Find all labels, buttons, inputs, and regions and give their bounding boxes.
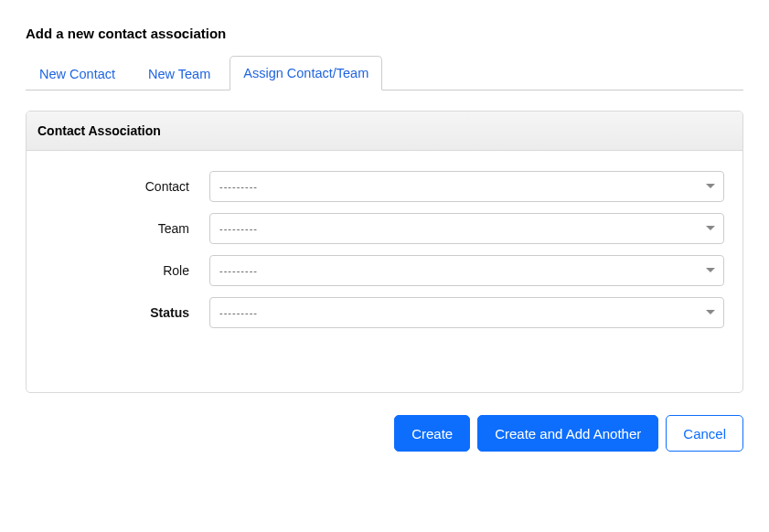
select-status[interactable]: --------- — [209, 297, 724, 328]
select-contact[interactable]: --------- — [209, 171, 724, 202]
row-team: Team --------- — [45, 213, 724, 244]
select-status-value: --------- — [209, 297, 724, 328]
cancel-button[interactable]: Cancel — [666, 415, 743, 452]
row-status: Status --------- — [45, 297, 724, 328]
select-role[interactable]: --------- — [209, 255, 724, 286]
create-add-another-button[interactable]: Create and Add Another — [477, 415, 658, 452]
select-team-value: --------- — [209, 213, 724, 244]
panel-header: Contact Association — [27, 112, 742, 151]
page-title: Add a new contact association — [26, 26, 743, 41]
select-team[interactable]: --------- — [209, 213, 724, 244]
select-contact-value: --------- — [209, 171, 724, 202]
tab-assign-contact-team[interactable]: Assign Contact/Team — [230, 56, 382, 90]
row-role: Role --------- — [45, 255, 724, 286]
label-team: Team — [45, 221, 209, 236]
panel-body: Contact --------- Team --------- — [27, 151, 742, 392]
action-bar: Create Create and Add Another Cancel — [26, 415, 743, 452]
row-contact: Contact --------- — [45, 171, 724, 202]
tab-new-team[interactable]: New Team — [134, 57, 224, 90]
label-role: Role — [45, 263, 209, 278]
create-button[interactable]: Create — [394, 415, 470, 452]
tabs: New Contact New Team Assign Contact/Team — [26, 56, 743, 90]
label-contact: Contact — [45, 179, 209, 194]
tab-new-contact[interactable]: New Contact — [26, 57, 129, 90]
label-status: Status — [45, 305, 209, 320]
panel-contact-association: Contact Association Contact --------- Te… — [26, 111, 743, 393]
select-role-value: --------- — [209, 255, 724, 286]
